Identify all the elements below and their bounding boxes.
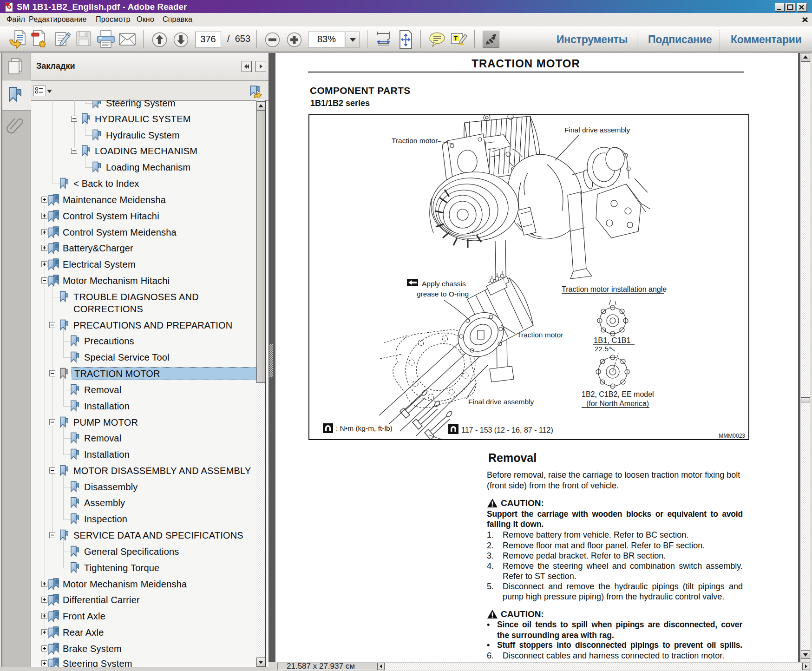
svg-text:Traction motor installation an: Traction motor installation angle (562, 285, 667, 293)
svg-text:Apply chassis: Apply chassis (422, 280, 466, 288)
svg-text:1B2, C1B2, EE model: 1B2, C1B2, EE model (582, 390, 654, 398)
svg-text:Traction motor: Traction motor (392, 137, 438, 145)
svg-text:1B1, C1B1: 1B1, C1B1 (594, 336, 631, 344)
svg-text:: N•m (kg-m, ft-lb): : N•m (kg-m, ft-lb) (336, 424, 393, 432)
svg-text:117 - 153 (12 - 16, 87 - 112): 117 - 153 (12 - 16, 87 - 112) (461, 426, 553, 434)
svg-text:Final drive assembly: Final drive assembly (468, 398, 534, 406)
svg-text:MMM0023: MMM0023 (719, 433, 745, 439)
svg-text:grease to O-ring: grease to O-ring (417, 290, 469, 298)
svg-text:22.5°: 22.5° (595, 345, 611, 353)
svg-text:Final drive assembly: Final drive assembly (564, 126, 630, 134)
svg-text:(for North America): (for North America) (586, 400, 649, 408)
svg-text:T: T (454, 35, 458, 42)
svg-text:Traction motor: Traction motor (517, 331, 563, 339)
